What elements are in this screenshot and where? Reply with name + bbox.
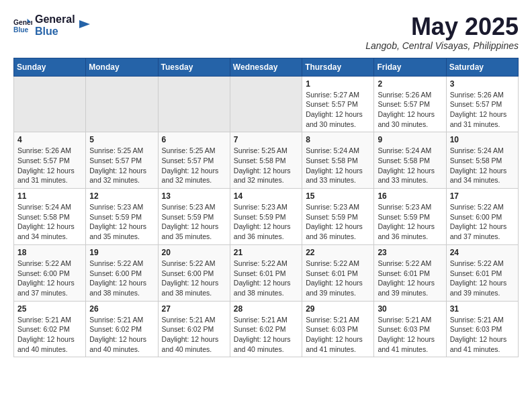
- day-info: Sunrise: 5:24 AMSunset: 5:58 PMDaylight:…: [17, 202, 82, 242]
- day-number: 24: [450, 248, 515, 257]
- calendar-day-cell: [14, 76, 86, 132]
- calendar-day-cell: 17Sunrise: 5:22 AMSunset: 6:00 PMDayligh…: [446, 189, 518, 245]
- day-number: 1: [306, 79, 370, 89]
- logo: General Blue General Blue: [13, 13, 91, 37]
- day-number: 21: [234, 248, 298, 257]
- svg-text:Blue: Blue: [13, 26, 29, 34]
- calendar-day-cell: 15Sunrise: 5:23 AMSunset: 5:59 PMDayligh…: [302, 189, 374, 245]
- calendar-day-cell: 29Sunrise: 5:21 AMSunset: 6:03 PMDayligh…: [302, 301, 374, 357]
- calendar-day-cell: [158, 76, 230, 132]
- day-number: 11: [17, 191, 82, 201]
- header-wednesday: Wednesday: [230, 58, 302, 76]
- day-info: Sunrise: 5:23 AMSunset: 5:59 PMDaylight:…: [306, 202, 370, 242]
- calendar-day-cell: 7Sunrise: 5:25 AMSunset: 5:58 PMDaylight…: [230, 132, 302, 189]
- day-number: 8: [306, 135, 370, 144]
- calendar-day-cell: 22Sunrise: 5:22 AMSunset: 6:01 PMDayligh…: [302, 244, 374, 301]
- day-number: 3: [450, 79, 515, 89]
- day-number: 7: [234, 135, 298, 144]
- calendar-day-cell: 19Sunrise: 5:22 AMSunset: 6:00 PMDayligh…: [86, 244, 158, 301]
- day-info: Sunrise: 5:23 AMSunset: 5:59 PMDaylight:…: [234, 202, 298, 242]
- day-number: 2: [378, 79, 442, 89]
- day-number: 13: [162, 191, 226, 201]
- day-info: Sunrise: 5:23 AMSunset: 5:59 PMDaylight:…: [378, 202, 442, 242]
- day-number: 15: [306, 191, 370, 201]
- day-info: Sunrise: 5:25 AMSunset: 5:57 PMDaylight:…: [162, 146, 226, 185]
- calendar-day-cell: 2Sunrise: 5:26 AMSunset: 5:57 PMDaylight…: [374, 76, 446, 132]
- day-number: 10: [450, 135, 515, 144]
- day-number: 9: [378, 135, 442, 144]
- day-number: 31: [450, 304, 515, 314]
- calendar-day-cell: 16Sunrise: 5:23 AMSunset: 5:59 PMDayligh…: [374, 189, 446, 245]
- calendar-week-row: 25Sunrise: 5:21 AMSunset: 6:02 PMDayligh…: [14, 301, 519, 357]
- day-info: Sunrise: 5:22 AMSunset: 6:01 PMDaylight:…: [234, 259, 298, 298]
- calendar-day-cell: 28Sunrise: 5:21 AMSunset: 6:02 PMDayligh…: [230, 301, 302, 357]
- day-info: Sunrise: 5:22 AMSunset: 6:01 PMDaylight:…: [450, 259, 515, 298]
- calendar-day-cell: 23Sunrise: 5:22 AMSunset: 6:01 PMDayligh…: [374, 244, 446, 301]
- day-info: Sunrise: 5:23 AMSunset: 5:59 PMDaylight:…: [162, 202, 226, 242]
- logo-icon: General Blue: [13, 16, 32, 35]
- header-saturday: Saturday: [446, 58, 518, 76]
- calendar-day-cell: 6Sunrise: 5:25 AMSunset: 5:57 PMDaylight…: [158, 132, 230, 189]
- header-friday: Friday: [374, 58, 446, 76]
- day-info: Sunrise: 5:21 AMSunset: 6:02 PMDaylight:…: [162, 315, 226, 355]
- day-info: Sunrise: 5:22 AMSunset: 6:00 PMDaylight:…: [450, 202, 515, 242]
- calendar-day-cell: 3Sunrise: 5:26 AMSunset: 5:57 PMDaylight…: [446, 76, 518, 132]
- day-number: 26: [89, 304, 154, 314]
- calendar-day-cell: 25Sunrise: 5:21 AMSunset: 6:02 PMDayligh…: [14, 301, 86, 357]
- header-sunday: Sunday: [14, 58, 86, 76]
- day-info: Sunrise: 5:27 AMSunset: 5:57 PMDaylight:…: [306, 90, 370, 130]
- calendar-day-cell: 1Sunrise: 5:27 AMSunset: 5:57 PMDaylight…: [302, 76, 374, 132]
- month-title: May 2025: [365, 13, 519, 40]
- calendar-day-cell: 26Sunrise: 5:21 AMSunset: 6:02 PMDayligh…: [86, 301, 158, 357]
- calendar-week-row: 4Sunrise: 5:26 AMSunset: 5:57 PMDaylight…: [14, 132, 519, 189]
- day-info: Sunrise: 5:26 AMSunset: 5:57 PMDaylight:…: [378, 90, 442, 130]
- day-info: Sunrise: 5:24 AMSunset: 5:58 PMDaylight:…: [306, 146, 370, 185]
- day-info: Sunrise: 5:22 AMSunset: 6:00 PMDaylight:…: [89, 259, 154, 298]
- day-info: Sunrise: 5:21 AMSunset: 6:02 PMDaylight:…: [89, 315, 154, 355]
- day-info: Sunrise: 5:24 AMSunset: 5:58 PMDaylight:…: [378, 146, 442, 185]
- calendar-day-cell: 31Sunrise: 5:21 AMSunset: 6:03 PMDayligh…: [446, 301, 518, 357]
- calendar-day-cell: 30Sunrise: 5:21 AMSunset: 6:03 PMDayligh…: [374, 301, 446, 357]
- day-number: 18: [17, 248, 82, 257]
- header-tuesday: Tuesday: [158, 58, 230, 76]
- calendar-day-cell: 21Sunrise: 5:22 AMSunset: 6:01 PMDayligh…: [230, 244, 302, 301]
- calendar-week-row: 11Sunrise: 5:24 AMSunset: 5:58 PMDayligh…: [14, 189, 519, 245]
- calendar-table: Sunday Monday Tuesday Wednesday Thursday…: [13, 58, 519, 358]
- day-info: Sunrise: 5:26 AMSunset: 5:57 PMDaylight:…: [450, 90, 515, 130]
- day-info: Sunrise: 5:25 AMSunset: 5:57 PMDaylight:…: [89, 146, 154, 185]
- calendar-day-cell: 14Sunrise: 5:23 AMSunset: 5:59 PMDayligh…: [230, 189, 302, 245]
- calendar-day-cell: 9Sunrise: 5:24 AMSunset: 5:58 PMDaylight…: [374, 132, 446, 189]
- day-number: 14: [234, 191, 298, 201]
- day-info: Sunrise: 5:22 AMSunset: 6:00 PMDaylight:…: [17, 259, 82, 298]
- day-number: 5: [89, 135, 154, 144]
- day-info: Sunrise: 5:22 AMSunset: 6:01 PMDaylight:…: [378, 259, 442, 298]
- calendar-day-cell: 24Sunrise: 5:22 AMSunset: 6:01 PMDayligh…: [446, 244, 518, 301]
- day-number: 25: [17, 304, 82, 314]
- logo-blue: Blue: [35, 26, 75, 38]
- header-thursday: Thursday: [302, 58, 374, 76]
- day-info: Sunrise: 5:25 AMSunset: 5:58 PMDaylight:…: [234, 146, 298, 185]
- svg-text:General: General: [13, 19, 32, 26]
- logo-flag-icon: [78, 19, 91, 32]
- day-number: 23: [378, 248, 442, 257]
- header-monday: Monday: [86, 58, 158, 76]
- day-number: 30: [378, 304, 442, 314]
- day-number: 22: [306, 248, 370, 257]
- day-number: 17: [450, 191, 515, 201]
- calendar-day-cell: 20Sunrise: 5:22 AMSunset: 6:00 PMDayligh…: [158, 244, 230, 301]
- calendar-day-cell: 11Sunrise: 5:24 AMSunset: 5:58 PMDayligh…: [14, 189, 86, 245]
- calendar-week-row: 1Sunrise: 5:27 AMSunset: 5:57 PMDaylight…: [14, 76, 519, 132]
- day-info: Sunrise: 5:21 AMSunset: 6:03 PMDaylight:…: [450, 315, 515, 355]
- calendar-day-cell: [230, 76, 302, 132]
- day-number: 20: [162, 248, 226, 257]
- day-number: 27: [162, 304, 226, 314]
- calendar-day-cell: 18Sunrise: 5:22 AMSunset: 6:00 PMDayligh…: [14, 244, 86, 301]
- day-info: Sunrise: 5:21 AMSunset: 6:02 PMDaylight:…: [17, 315, 82, 355]
- calendar-day-cell: 5Sunrise: 5:25 AMSunset: 5:57 PMDaylight…: [86, 132, 158, 189]
- day-number: 16: [378, 191, 442, 201]
- location-subtitle: Langob, Central Visayas, Philippines: [365, 40, 519, 51]
- calendar-day-cell: [86, 76, 158, 132]
- day-info: Sunrise: 5:26 AMSunset: 5:57 PMDaylight:…: [17, 146, 82, 185]
- calendar-header-row: Sunday Monday Tuesday Wednesday Thursday…: [14, 58, 519, 76]
- calendar-day-cell: 4Sunrise: 5:26 AMSunset: 5:57 PMDaylight…: [14, 132, 86, 189]
